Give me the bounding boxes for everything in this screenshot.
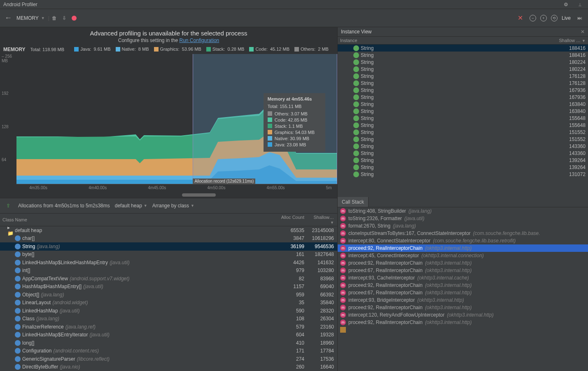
stack-frame[interactable]: mintercept:120, RetryAndFollowUpIntercep… bbox=[338, 311, 588, 319]
stack-frame[interactable] bbox=[338, 326, 588, 333]
toolbar: ← MEMORY▼ | 🗑 ⇩ ✕ − + ⟲ Live ⏭ bbox=[0, 9, 588, 27]
heap-selector[interactable]: default heap▼ bbox=[115, 203, 147, 209]
instance-row[interactable]: String 131072 bbox=[338, 171, 588, 178]
legend-item: Stack: 0.28 MB bbox=[206, 47, 245, 52]
allocation-table: Class Name Alloc Count Shallow… ▼ ▸📁defa… bbox=[0, 214, 337, 371]
callstack-tabs: Call Stack bbox=[338, 197, 588, 207]
stack-frame[interactable]: mproceed:67, RealInterceptorChain (okhtt… bbox=[338, 289, 588, 296]
instance-row[interactable]: String 188416 bbox=[338, 45, 588, 52]
close-panel-icon[interactable]: ✕ bbox=[581, 29, 585, 35]
stack-frame[interactable]: mproceed:92, RealInterceptorChain (okhtt… bbox=[338, 244, 588, 252]
instance-row[interactable]: String 167936 bbox=[338, 94, 588, 101]
table-row[interactable]: char[] 384710618296 bbox=[0, 235, 337, 243]
allocation-title: Allocations from 4m50s1ms to 5m2s38ms bbox=[18, 203, 110, 209]
instance-row[interactable]: String 143360 bbox=[338, 143, 588, 150]
col-shallow[interactable]: Shallow… ▼ bbox=[308, 214, 337, 226]
table-row[interactable]: LinkedHashMap (java.util) 59028320 bbox=[0, 307, 337, 315]
stack-frame[interactable]: mproceed:92, RealInterceptorChain (okhtt… bbox=[338, 304, 588, 311]
stack-frame[interactable]: mproceed:92, RealInterceptorChain (okhtt… bbox=[338, 282, 588, 289]
instance-row[interactable]: String 139264 bbox=[338, 164, 588, 171]
zoom-reset-button[interactable]: ⟲ bbox=[551, 15, 558, 21]
stack-frame[interactable]: mformat:2670, String (java.lang) bbox=[338, 222, 588, 230]
instance-row[interactable]: String 155648 bbox=[338, 122, 588, 129]
instance-row[interactable]: String 139264 bbox=[338, 157, 588, 164]
export-icon[interactable]: ⇩ bbox=[59, 13, 69, 23]
allocation-toolbar: ⇪ Allocations from 4m50s1ms to 5m2s38ms … bbox=[0, 198, 337, 214]
go-to-live-icon[interactable]: ⏭ bbox=[575, 13, 585, 23]
instance-row[interactable]: String 180224 bbox=[338, 59, 588, 66]
instance-row[interactable]: String 176128 bbox=[338, 80, 588, 87]
col-instance[interactable]: Instance bbox=[338, 37, 555, 44]
live-button[interactable]: Live bbox=[562, 15, 571, 21]
run-config-link[interactable]: Run Configuration bbox=[180, 38, 219, 43]
stack-frame[interactable]: mproceed:92, RealInterceptorChain (okhtt… bbox=[338, 259, 588, 267]
table-row[interactable]: String (java.lang) 361999546536 bbox=[0, 242, 337, 251]
instance-row[interactable]: String 163840 bbox=[338, 101, 588, 108]
instance-row[interactable]: String 151552 bbox=[338, 129, 588, 136]
tab-callstack[interactable]: Call Stack bbox=[338, 197, 369, 207]
stack-frame[interactable]: mtoString:2326, Formatter (java.util) bbox=[338, 215, 588, 222]
zoom-out-button[interactable]: − bbox=[530, 15, 536, 21]
arrange-selector[interactable]: Arrange by class▼ bbox=[152, 203, 194, 209]
stack-frame[interactable]: mintercept:93, CacheInterceptor (okhttp3… bbox=[338, 274, 588, 282]
table-row[interactable]: DirectByteBuffer (java.nio) 26016640 bbox=[0, 363, 337, 371]
stack-frame[interactable]: mcloneInputStreamToBytes:167, ConnectSta… bbox=[338, 230, 588, 237]
stack-frame[interactable]: mtoString:408, StringBuilder (java.lang) bbox=[338, 207, 588, 215]
record-button[interactable] bbox=[69, 13, 79, 23]
zoom-in-button[interactable]: + bbox=[540, 15, 547, 21]
minimize-icon[interactable]: ⟂ bbox=[575, 0, 585, 9]
stack-frame[interactable]: mintercept:80, ConnectStateInterceptor (… bbox=[338, 237, 588, 244]
legend-item: Others: 2 MB bbox=[294, 47, 329, 52]
instance-row[interactable]: String 163840 bbox=[338, 108, 588, 115]
trash-icon[interactable]: 🗑 bbox=[49, 13, 59, 23]
call-stack-list: mtoString:408, StringBuilder (java.lang)… bbox=[338, 207, 588, 371]
gear-icon[interactable]: ⚙ bbox=[561, 0, 571, 9]
table-row[interactable]: FinalizerReference (java.lang.ref) 57923… bbox=[0, 323, 337, 331]
memory-header: MEMORY Total: 118.98 MB Java: 9.61 MBNat… bbox=[0, 45, 337, 54]
stack-frame[interactable]: mproceed:92, RealInterceptorChain (okhtt… bbox=[338, 319, 588, 326]
window-title: Android Profiler bbox=[3, 2, 37, 7]
legend-item: Native: 8 MB bbox=[116, 47, 149, 52]
table-row[interactable]: HashMap$HashMapEntry[] (java.util) 11576… bbox=[0, 283, 337, 291]
legend-item: Code: 45.12 MB bbox=[249, 47, 289, 52]
allocation-record-label: Allocation record (12s629.11ms) bbox=[193, 178, 255, 184]
table-row[interactable]: LinkedHashMap$EntryIterator (java.util) … bbox=[0, 331, 337, 339]
legend-item: Graphics: 53.96 MB bbox=[154, 47, 201, 52]
profiling-banner: Advanced profiling is unavailable for th… bbox=[0, 27, 337, 45]
memory-chart[interactable]: – 256 MB19212864 Allocation record (12s6… bbox=[0, 54, 337, 192]
stack-frame[interactable]: mproceed:67, RealInterceptorChain (okhtt… bbox=[338, 267, 588, 274]
col-alloc-count[interactable]: Alloc Count bbox=[278, 214, 308, 226]
table-row[interactable]: GenericSignatureParser (libcore.reflect)… bbox=[0, 355, 337, 363]
table-row[interactable]: LinearLayout (android.widget) 3535840 bbox=[0, 299, 337, 307]
instance-row[interactable]: String 188416 bbox=[338, 52, 588, 59]
table-row[interactable]: int[] 979103280 bbox=[0, 267, 337, 275]
profiler-selector[interactable]: MEMORY▼ bbox=[13, 15, 48, 21]
instance-row[interactable]: String 143360 bbox=[338, 150, 588, 157]
table-row[interactable]: byte[] 1611827648 bbox=[0, 251, 337, 259]
stack-frame[interactable]: mintercept:93, BridgeInterceptor (okhttp… bbox=[338, 296, 588, 304]
instance-row[interactable]: String 155648 bbox=[338, 115, 588, 122]
close-icon[interactable]: ✕ bbox=[516, 13, 525, 23]
table-row[interactable]: ▸📁default heap 6553523145008 bbox=[0, 226, 337, 235]
table-row[interactable]: Object[] (java.lang) 95966392 bbox=[0, 291, 337, 299]
table-row[interactable]: AppCompatTextView (android.support.v7.wi… bbox=[0, 275, 337, 283]
banner-heading: Advanced profiling is unavailable for th… bbox=[0, 30, 337, 37]
back-button[interactable]: ← bbox=[3, 13, 13, 23]
export-allocation-icon[interactable]: ⇪ bbox=[3, 201, 13, 211]
stack-frame[interactable]: mintercept:45, ConnectInterceptor (okhtt… bbox=[338, 252, 588, 259]
col-classname[interactable]: Class Name bbox=[0, 214, 278, 226]
instance-row[interactable]: String 167936 bbox=[338, 87, 588, 94]
instance-row[interactable]: String 180224 bbox=[338, 66, 588, 73]
col-instance-shallow[interactable]: Shallow … ▼ bbox=[555, 37, 588, 44]
instance-view-header: Instance View ✕ bbox=[338, 27, 588, 37]
window-titlebar: Android Profiler ⚙ ⟂ bbox=[0, 0, 588, 9]
table-row[interactable]: Class (java.lang) 10826304 bbox=[0, 315, 337, 323]
table-row[interactable]: Configuration (android.content.res) 1711… bbox=[0, 347, 337, 355]
instance-row[interactable]: String 151552 bbox=[338, 136, 588, 143]
instance-row[interactable]: String 176128 bbox=[338, 73, 588, 80]
table-row[interactable]: LinkedHashMap$LinkedHashMapEntry (java.u… bbox=[0, 258, 337, 267]
memory-tooltip: Memory at 4m55.46s Total: 155.11 MB Othe… bbox=[264, 93, 325, 152]
timeline-scrollbar[interactable] bbox=[0, 192, 337, 198]
table-row[interactable]: long[] 41018960 bbox=[0, 339, 337, 347]
legend-item: Java: 9.61 MB bbox=[74, 47, 110, 52]
